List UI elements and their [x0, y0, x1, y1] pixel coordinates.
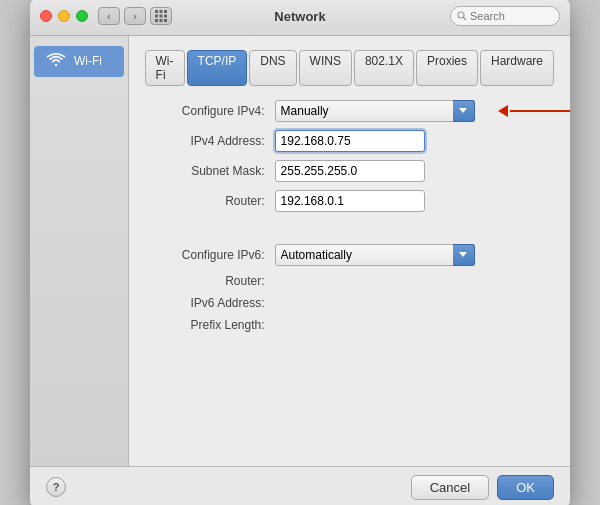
cancel-button[interactable]: Cancel — [411, 475, 489, 500]
arrow-head — [498, 105, 508, 117]
router-row: Router: — [145, 190, 554, 212]
form-section: Configure IPv4: Manually Using DHCP Usin… — [145, 100, 554, 332]
window-title: Network — [274, 9, 325, 24]
maximize-button[interactable] — [76, 10, 88, 22]
search-box[interactable] — [450, 6, 560, 26]
sidebar: Wi-Fi — [30, 36, 129, 466]
nav-buttons: ‹ › — [98, 7, 146, 25]
configure-ipv4-select[interactable]: Manually Using DHCP Using DHCP with manu… — [275, 100, 475, 122]
tab-proxies[interactable]: Proxies — [416, 50, 478, 86]
tab-dns[interactable]: DNS — [249, 50, 296, 86]
prefix-length-row: Prefix Length: — [145, 318, 554, 332]
svg-rect-7 — [160, 19, 163, 22]
svg-rect-6 — [155, 19, 158, 22]
network-window: ‹ › Network — [30, 0, 570, 505]
tab-hardware[interactable]: Hardware — [480, 50, 554, 86]
svg-line-10 — [464, 18, 467, 21]
sidebar-item-wifi[interactable]: Wi-Fi — [34, 46, 124, 77]
subnet-mask-input[interactable] — [275, 160, 425, 182]
tab-wifi[interactable]: Wi-Fi — [145, 50, 185, 86]
titlebar: ‹ › Network — [30, 0, 570, 36]
router6-row: Router: — [145, 274, 554, 288]
svg-rect-5 — [164, 15, 167, 18]
minimize-button[interactable] — [58, 10, 70, 22]
grid-button[interactable] — [150, 7, 172, 25]
svg-point-9 — [458, 12, 464, 18]
svg-rect-4 — [160, 15, 163, 18]
svg-rect-0 — [155, 10, 158, 13]
ipv4-address-input[interactable] — [275, 130, 425, 152]
subnet-mask-row: Subnet Mask: — [145, 160, 554, 182]
help-button[interactable]: ? — [46, 477, 66, 497]
arrow-line — [510, 110, 570, 112]
close-button[interactable] — [40, 10, 52, 22]
content-area: Wi-Fi TCP/IP DNS WINS 802.1X Proxies Har… — [129, 36, 570, 466]
svg-rect-1 — [160, 10, 163, 13]
bottom-bar: ? Cancel OK — [30, 466, 570, 506]
configure-ipv4-dropdown-wrapper: Manually Using DHCP Using DHCP with manu… — [275, 100, 475, 122]
svg-rect-8 — [164, 19, 167, 22]
configure-ipv4-row: Configure IPv4: Manually Using DHCP Usin… — [145, 100, 554, 122]
ipv4-address-row: IPv4 Address: — [145, 130, 554, 152]
configure-ipv4-label: Configure IPv4: — [145, 104, 275, 118]
svg-rect-2 — [164, 10, 167, 13]
tabs-row: Wi-Fi TCP/IP DNS WINS 802.1X Proxies Har… — [145, 50, 554, 86]
section-divider — [145, 222, 554, 234]
configure-ipv6-dropdown-wrapper: Automatically Manually Off — [275, 244, 475, 266]
ipv4-address-label: IPv4 Address: — [145, 134, 275, 148]
svg-point-11 — [55, 63, 58, 66]
router-label: Router: — [145, 194, 275, 208]
forward-button[interactable]: › — [124, 7, 146, 25]
configure-ipv6-label: Configure IPv6: — [145, 248, 275, 262]
ipv6-address-label: IPv6 Address: — [145, 296, 275, 310]
subnet-mask-label: Subnet Mask: — [145, 164, 275, 178]
configure-ipv6-select[interactable]: Automatically Manually Off — [275, 244, 475, 266]
arrow-annotation — [498, 105, 570, 117]
sidebar-wifi-label: Wi-Fi — [74, 54, 102, 68]
bottom-buttons: Cancel OK — [411, 475, 554, 500]
tab-8021x[interactable]: 802.1X — [354, 50, 414, 86]
router6-label: Router: — [145, 274, 275, 288]
back-button[interactable]: ‹ — [98, 7, 120, 25]
tab-tcpip[interactable]: TCP/IP — [187, 50, 248, 86]
prefix-length-label: Prefix Length: — [145, 318, 275, 332]
tab-wins[interactable]: WINS — [299, 50, 352, 86]
configure-ipv6-row: Configure IPv6: Automatically Manually O… — [145, 244, 554, 266]
router-input[interactable] — [275, 190, 425, 212]
search-input[interactable] — [470, 10, 553, 22]
ok-button[interactable]: OK — [497, 475, 554, 500]
wifi-icon — [46, 52, 66, 71]
ipv6-address-row: IPv6 Address: — [145, 296, 554, 310]
main-content: Wi-Fi Wi-Fi TCP/IP DNS WINS 802.1X Proxi… — [30, 36, 570, 466]
traffic-lights — [40, 10, 88, 22]
svg-rect-3 — [155, 15, 158, 18]
